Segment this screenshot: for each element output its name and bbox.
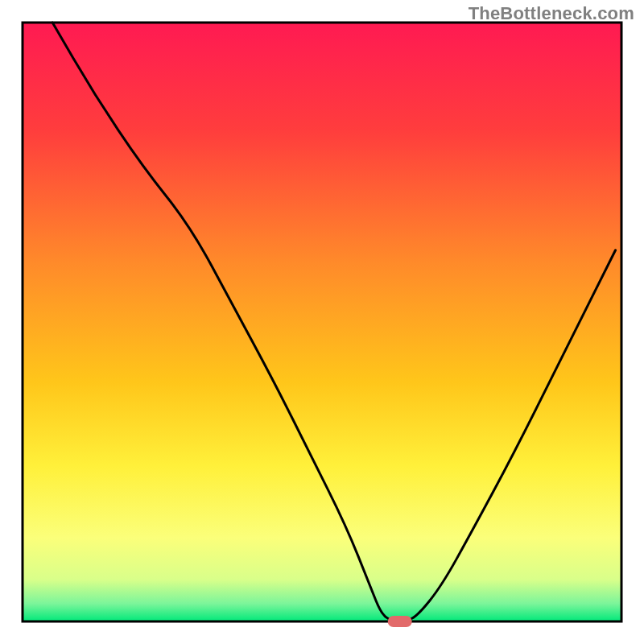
optimal-marker — [388, 616, 412, 627]
watermark-text: TheBottleneck.com — [469, 3, 634, 24]
gradient-background — [23, 23, 621, 621]
chart-svg — [0, 0, 644, 644]
plot-area — [23, 23, 621, 627]
bottleneck-chart: TheBottleneck.com — [0, 0, 644, 644]
